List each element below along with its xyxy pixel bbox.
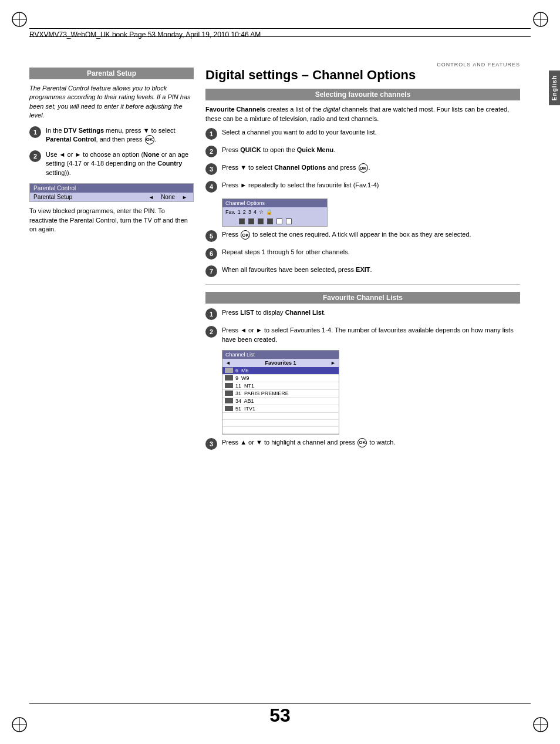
nav-arrow-left: ◄ (225, 360, 231, 366)
checkbox-4 (267, 218, 273, 224)
fav-step-5: 5 Press OK to select the ones required. … (205, 230, 520, 242)
fav-step-1-text: Select a channel you want to add to your… (222, 128, 520, 137)
checkbox-3 (258, 218, 264, 224)
channel-item-ab1: 34 AB1 (222, 398, 339, 405)
channel-list-header: Channel List (222, 351, 339, 359)
fav-intro-text: Favourite Channels creates a list of the… (205, 105, 520, 123)
channel-item-nt1: 11 NT1 (222, 382, 339, 390)
parental-table-header: Parental Control (30, 184, 193, 193)
ok-button-symbol: OK (145, 135, 154, 144)
fav-step-circle-6: 6 (205, 248, 217, 260)
fcl-step-1-text: Press LIST to display Channel List. (222, 308, 520, 317)
fav-step-2: 2 Press QUICK to open the Quick Menu. (205, 146, 520, 157)
parental-step-2-text: Use ◄ or ► to choose an option (None or … (46, 150, 194, 177)
channel-icon-w9 (225, 375, 233, 381)
fav-step-6: 6 Repeat steps 1 through 5 for other cha… (205, 248, 520, 260)
parental-setup-header: Parental Setup (29, 68, 194, 79)
parental-value: None (156, 194, 180, 200)
parental-step-2: 2 Use ◄ or ► to choose an option (None o… (29, 150, 194, 177)
channel-item-w9: 9 W9 (222, 375, 339, 382)
fav-step-circle-1: 1 (205, 128, 217, 140)
ok-button-symbol-5: OK (241, 230, 250, 240)
corner-mark-bl (11, 716, 28, 733)
fav-step-2-text: Press QUICK to open the Quick Menu. (222, 146, 520, 154)
fcl-step-3-text: Press ▲ or ▼ to highlight a channel and … (222, 438, 520, 447)
content-area: Parental Setup The Parental Control feat… (29, 68, 520, 697)
fav-step-circle-2: 2 (205, 146, 217, 157)
divider (205, 284, 520, 285)
ok-button-symbol-3: OK (359, 163, 368, 173)
fav-step-6-text: Repeat steps 1 through 5 for other chann… (222, 248, 520, 257)
left-column: Parental Setup The Parental Control feat… (29, 68, 194, 697)
fav-step-7: 7 When all favourites have been selected… (205, 265, 520, 277)
main-title: Digital settings – Channel Options (205, 68, 520, 83)
section-label: CONTROLS AND FEATURES (437, 62, 520, 68)
selecting-fav-header: Selecting favourite channels (205, 89, 520, 100)
channel-icon-ab1 (225, 398, 233, 403)
parental-row-label: Parental Setup (33, 194, 146, 200)
fav-step-circle-4: 4 (205, 181, 217, 193)
fav-step-circle-5: 5 (205, 230, 217, 242)
channel-item-empty-3 (222, 427, 339, 434)
corner-mark-tr (532, 11, 549, 28)
channel-options-header: Channel Options (222, 199, 327, 207)
nav-label: Favourites 1 (233, 360, 328, 366)
channel-options-checkboxes (222, 217, 327, 226)
channel-item-itv1: 51 ITV1 (222, 405, 339, 413)
fav-label: Fav. (225, 209, 235, 215)
checkbox-6 (286, 218, 292, 224)
channel-item-m6: 6 M6 (222, 367, 339, 375)
english-tab: English (549, 70, 560, 105)
step-circle-2: 2 (29, 150, 41, 162)
parental-table-row: Parental Setup ◄ None ► (30, 193, 193, 201)
channel-icon-m6 (225, 368, 233, 373)
fav-step-circle-7: 7 (205, 265, 217, 277)
ok-button-symbol-fcl: OK (357, 438, 367, 447)
channel-icon-nt1 (225, 383, 233, 388)
channel-list-nav: ◄ Favourites 1 ► (222, 359, 339, 367)
fav-step-3-text: Press ▼ to select Channel Options and pr… (222, 163, 520, 173)
col-1: 1 (238, 209, 241, 215)
nav-arrow-right: ► (330, 360, 336, 366)
parental-arrow-right: ► (182, 194, 187, 200)
fav-step-4-text: Press ► repeatedly to select the favouri… (222, 181, 520, 190)
fcl-step-2: 2 Press ◄ or ► to select Favourites 1-4.… (205, 326, 520, 344)
corner-mark-tl (11, 11, 28, 28)
col-2: 2 (243, 209, 246, 215)
header-bar: RVXVMV73_WebOM_UK.book Page 53 Monday, A… (29, 28, 531, 39)
fcl-step-circle-2: 2 (205, 326, 217, 338)
fav-step-5-text: Press OK to select the ones required. A … (222, 230, 520, 240)
fav-step-4: 4 Press ► repeatedly to select the favou… (205, 181, 520, 193)
channel-options-row: Fav. 1 2 3 4 ☆ 🔒 (222, 207, 327, 217)
checkbox-2 (248, 218, 254, 224)
top-rule (29, 36, 531, 37)
fav-step-7-text: When all favourites have been selected, … (222, 265, 520, 274)
fcl-step-3: 3 Press ▲ or ▼ to highlight a channel an… (205, 438, 520, 450)
fav-step-3: 3 Press ▼ to select Channel Options and … (205, 163, 520, 175)
channel-options-box: Channel Options Fav. 1 2 3 4 ☆ 🔒 (222, 198, 328, 227)
fcl-step-circle-1: 1 (205, 308, 217, 320)
page-number: 53 (269, 705, 291, 726)
fcl-step-2-text: Press ◄ or ► to select Favourites 1-4. T… (222, 326, 520, 344)
col-4: 4 (254, 209, 257, 215)
channel-item-empty-1 (222, 413, 339, 420)
col-3: 3 (248, 209, 251, 215)
parental-step-1-text: In the DTV Settings menu, press ▼ to sel… (46, 126, 194, 144)
channel-icon-paris (225, 390, 233, 396)
parental-step-1: 1 In the DTV Settings menu, press ▼ to s… (29, 126, 194, 144)
parental-note: To view blocked programmes, enter the PI… (29, 207, 194, 234)
step-circle-1: 1 (29, 126, 41, 138)
right-column: Digital settings – Channel Options Selec… (205, 68, 520, 697)
fcl-step-circle-3: 3 (205, 438, 217, 450)
parental-control-table: Parental Control Parental Setup ◄ None ► (29, 183, 194, 202)
checkbox-5 (276, 218, 282, 224)
filename-label: RVXVMV73_WebOM_UK.book Page 53 Monday, A… (29, 31, 261, 39)
checkbox-1 (239, 218, 245, 224)
parental-intro: The Parental Control feature allows you … (29, 84, 194, 120)
bottom-rule (29, 703, 531, 704)
corner-mark-br (532, 716, 549, 733)
col-lock: 🔒 (266, 209, 272, 215)
col-star: ☆ (259, 209, 264, 215)
fcl-step-1: 1 Press LIST to display Channel List. (205, 308, 520, 320)
fav-step-1: 1 Select a channel you want to add to yo… (205, 128, 520, 140)
